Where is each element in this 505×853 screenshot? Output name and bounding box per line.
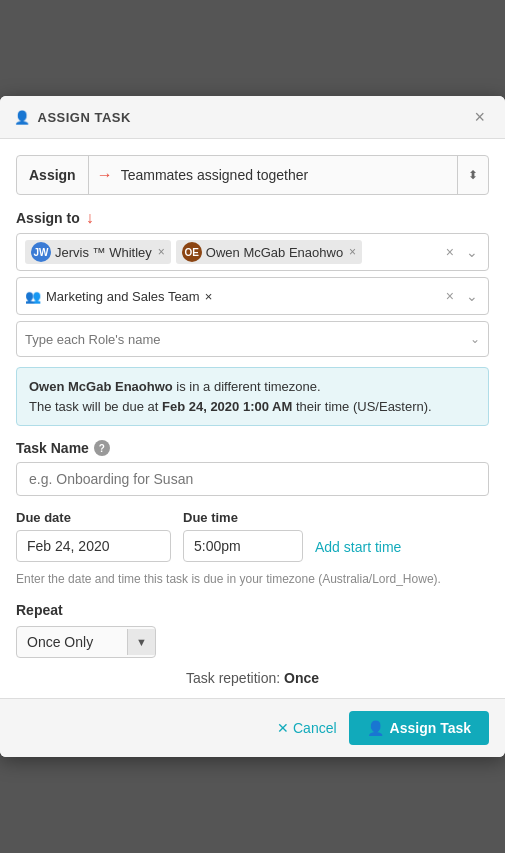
due-time-label: Due time xyxy=(183,510,303,525)
due-time-col: Due time xyxy=(183,510,303,562)
avatar-oe: OE xyxy=(182,242,202,262)
assignee-name-jw: Jervis ™ Whitley xyxy=(55,245,152,260)
assignee-tag-jw: JW Jervis ™ Whitley × xyxy=(25,240,171,264)
task-repetition-value: Once xyxy=(284,670,319,686)
assign-task-button[interactable]: 👤 Assign Task xyxy=(349,711,489,745)
team-tag: 👥 Marketing and Sales Team × xyxy=(25,289,212,304)
remove-oe-button[interactable]: × xyxy=(349,245,356,259)
due-section: Due date Due time Add start time Enter t… xyxy=(16,510,489,588)
modal-footer: ✕ Cancel 👤 Assign Task xyxy=(0,698,505,757)
modal-body: Assign → Teammates assigned together ⬍ A… xyxy=(0,139,505,686)
people-assignee-box[interactable]: JW Jervis ™ Whitley × OE Owen McGab Enao… xyxy=(16,233,489,271)
role-input[interactable] xyxy=(25,332,470,347)
task-repetition-text: Task repetition: Once xyxy=(16,670,489,686)
cancel-button[interactable]: ✕ Cancel xyxy=(277,720,336,736)
assign-label: Assign xyxy=(17,156,89,194)
team-name: Marketing and Sales Team xyxy=(46,289,200,304)
team-assignee-box[interactable]: 👥 Marketing and Sales Team × × ⌄ xyxy=(16,277,489,315)
people-box-actions: × ⌄ xyxy=(442,242,482,262)
due-date-col: Due date xyxy=(16,510,171,562)
assign-task-modal: 👤 ASSIGN TASK × Assign → Teammates assig… xyxy=(0,96,505,757)
tz-text2: The task will be due at xyxy=(29,399,162,414)
assign-task-label: Assign Task xyxy=(390,720,471,736)
people-clear-button[interactable]: × xyxy=(442,242,458,262)
people-dropdown-button[interactable]: ⌄ xyxy=(462,242,482,262)
repeat-select-wrap[interactable]: Once Only Daily Weekly Monthly Yearly ▼ xyxy=(16,626,156,658)
due-date-label: Due date xyxy=(16,510,171,525)
repeat-section: Repeat Once Only Daily Weekly Monthly Ye… xyxy=(16,602,489,658)
avatar-jw: JW xyxy=(31,242,51,262)
timezone-notice: Owen McGab Enaohwo is in a different tim… xyxy=(16,367,489,426)
remove-team-button[interactable]: × xyxy=(205,289,213,304)
assign-to-label: Assign to ↓ xyxy=(16,209,489,227)
tz-text1: is in a different timezone. xyxy=(173,379,321,394)
user-icon: 👤 xyxy=(14,110,31,125)
add-start-time-button[interactable]: Add start time xyxy=(315,532,401,562)
assign-to-arrow-icon: ↓ xyxy=(86,209,94,227)
tz-due-time: Feb 24, 2020 1:00 AM xyxy=(162,399,292,414)
timezone-hint: Enter the date and time this task is due… xyxy=(16,570,489,588)
team-icon: 👥 xyxy=(25,289,41,304)
team-dropdown-button[interactable]: ⌄ xyxy=(462,286,482,306)
due-date-input[interactable] xyxy=(16,530,171,562)
repeat-select[interactable]: Once Only Daily Weekly Monthly Yearly xyxy=(17,627,127,657)
repeat-label: Repeat xyxy=(16,602,489,618)
task-name-label: Task Name ? xyxy=(16,440,489,456)
assign-dropdown-text: Teammates assigned together xyxy=(121,167,457,183)
close-button[interactable]: × xyxy=(468,106,491,128)
repeat-chevron-icon: ▼ xyxy=(127,629,155,655)
due-row: Due date Due time Add start time xyxy=(16,510,489,562)
assignee-name-oe: Owen McGab Enaohwo xyxy=(206,245,343,260)
assign-dropdown-chevron[interactable]: ⬍ xyxy=(457,156,488,194)
due-time-input[interactable] xyxy=(183,530,303,562)
role-input-box[interactable]: ⌄ xyxy=(16,321,489,357)
assign-arrow-icon: → xyxy=(89,166,121,184)
remove-jw-button[interactable]: × xyxy=(158,245,165,259)
assign-user-icon: 👤 xyxy=(367,720,384,736)
modal-title: 👤 ASSIGN TASK xyxy=(14,110,131,125)
modal-header: 👤 ASSIGN TASK × xyxy=(0,96,505,139)
task-name-section: Task Name ? xyxy=(16,440,489,496)
task-name-input[interactable] xyxy=(16,462,489,496)
task-name-help-icon[interactable]: ? xyxy=(94,440,110,456)
assignee-tag-oe: OE Owen McGab Enaohwo × xyxy=(176,240,362,264)
team-clear-button[interactable]: × xyxy=(442,286,458,306)
team-box-actions: × ⌄ xyxy=(442,286,482,306)
tz-text3: their time (US/Eastern). xyxy=(292,399,431,414)
tz-person-name: Owen McGab Enaohwo xyxy=(29,379,173,394)
assign-mode-row[interactable]: Assign → Teammates assigned together ⬍ xyxy=(16,155,489,195)
role-dropdown-button[interactable]: ⌄ xyxy=(470,332,480,346)
